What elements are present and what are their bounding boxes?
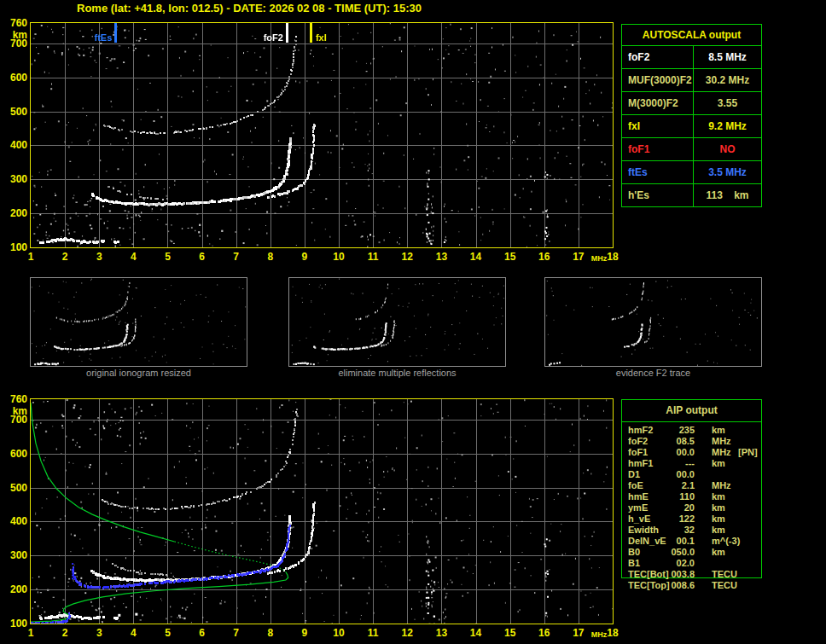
aip-row-u: km xyxy=(712,513,725,525)
x-tick-label: 9 xyxy=(295,627,314,639)
thumbnail-caption-eliminate: eliminate multiple reflections xyxy=(288,368,506,378)
x-tick-label: 6 xyxy=(193,627,212,639)
marker-line-foF2 xyxy=(286,23,288,43)
aip-row-hmF1: hmF1---km xyxy=(622,458,761,469)
x-tick-label: 9 xyxy=(295,251,314,263)
x-tick-label: 4 xyxy=(124,627,143,639)
autoscala-table-title: AUTOSCALA output xyxy=(622,25,761,46)
aip-row-h_vE: h_vE122km xyxy=(622,513,761,525)
aip-row-TEC[Bot]: TEC[Bot]003.8TECU xyxy=(622,569,761,580)
aip-row-u: MHz xyxy=(712,480,731,491)
aip-row-v: 235 xyxy=(648,425,695,436)
aip-row-l: foE xyxy=(628,480,643,491)
x-tick-label: 15 xyxy=(501,251,520,263)
autoscala-row-h'Es: h'Es113 km xyxy=(622,183,761,206)
y-axis-unit-label: km xyxy=(2,405,27,417)
x-tick-label: 7 xyxy=(227,627,246,639)
autoscala-row-value: 30.2 MHz xyxy=(694,69,761,91)
autoscala-row-label: M(3000)F2 xyxy=(622,92,694,114)
x-tick-label: 14 xyxy=(467,251,486,263)
x-tick-label: 16 xyxy=(535,627,554,639)
aip-row-v: 32 xyxy=(648,525,695,536)
aip-row-v: 00.0 xyxy=(648,469,695,480)
autoscala-row-label: h'Es xyxy=(622,184,694,206)
x-tick-label: 13 xyxy=(432,627,451,639)
y-tick-label: 500 xyxy=(2,482,27,494)
x-tick-label: 17 xyxy=(569,251,588,263)
autoscala-row-fxI: fxI9.2 MHz xyxy=(622,114,761,137)
x-tick-label: 16 xyxy=(535,251,554,263)
x-tick-label: 2 xyxy=(55,251,74,263)
aip-row-v: 00.1 xyxy=(648,536,695,547)
autoscala-row-value: 3.5 MHz xyxy=(694,161,761,183)
x-tick-label: 17 xyxy=(569,627,588,639)
ionogram-panel-bottom xyxy=(30,398,614,624)
aip-row-v: 2.1 xyxy=(648,480,695,491)
x-axis-unit-label: MHz xyxy=(591,630,608,639)
x-tick-label: 10 xyxy=(329,251,348,263)
x-tick-label: 2 xyxy=(55,627,74,639)
autoscala-table-rows: foF28.5 MHzMUF(3000)F230.2 MHzM(3000)F23… xyxy=(622,46,761,206)
y-tick-label: 100 xyxy=(2,618,27,629)
aip-output-table: AIP output hmF2235kmfoF208.5MHzfoF100.0M… xyxy=(621,399,762,578)
marker-line-ftEs xyxy=(114,23,117,43)
autoscala-row-foF2: foF28.5 MHz xyxy=(622,46,761,68)
aip-row-TEC[Top]: TEC[Top]008.6TECU xyxy=(622,580,761,591)
aip-row-foF1: foF100.0MHz[PN] xyxy=(622,447,761,458)
aip-row-u: m^(-3) xyxy=(712,536,740,547)
x-tick-label: 13 xyxy=(432,251,451,263)
autoscala-row-M(3000)F2: M(3000)F23.55 xyxy=(622,91,761,114)
y-tick-label: 600 xyxy=(2,72,27,84)
aip-row-v: 02.0 xyxy=(648,558,695,569)
y-tick-label: 500 xyxy=(2,106,27,118)
aip-row-D1: D100.0 xyxy=(622,469,761,480)
aip-row-B1: B102.0 xyxy=(622,558,761,569)
aip-table-title: AIP output xyxy=(622,400,761,422)
aip-row-u: km xyxy=(712,547,725,558)
aip-row-ymE: ymE20km xyxy=(622,502,761,513)
marker-line-fxI xyxy=(310,23,312,43)
page-title: Rome (lat: +41.8, lon: 012.5) - DATE: 20… xyxy=(77,2,422,15)
x-tick-label: 12 xyxy=(398,251,416,263)
aip-row-u: km xyxy=(712,425,725,436)
x-tick-label: 5 xyxy=(158,627,177,639)
aip-row-foE: foE2.1MHz xyxy=(622,480,761,491)
aip-table-rows: hmF2235kmfoF208.5MHzfoF100.0MHz[PN]hmF1-… xyxy=(622,422,761,591)
ionogram-panel-top xyxy=(30,22,614,248)
y-tick-label: 600 xyxy=(2,448,27,460)
aip-row-u: MHz xyxy=(712,436,731,447)
thumbnail-canvas-eliminate xyxy=(289,278,505,366)
aip-row-l: B1 xyxy=(628,558,640,569)
y-tick-label: 760 xyxy=(2,17,27,29)
x-tick-label: 11 xyxy=(364,627,382,639)
autoscala-row-value: 9.2 MHz xyxy=(694,115,761,137)
y-tick-label: 200 xyxy=(2,583,27,595)
thumbnail-canvas-original xyxy=(31,278,247,366)
autoscala-row-label: MUF(3000)F2 xyxy=(622,69,694,91)
aip-row-u: TECU xyxy=(712,580,737,591)
aip-row-n: [PN] xyxy=(738,447,758,458)
thumbnail-caption-original: original ionogram resized xyxy=(30,368,247,378)
aip-row-u: km xyxy=(712,525,725,536)
aip-row-u: km xyxy=(712,491,725,502)
aip-row-u: km xyxy=(712,502,725,513)
aip-row-l: foF2 xyxy=(628,436,648,447)
y-tick-label: 300 xyxy=(2,173,27,185)
y-tick-label: 760 xyxy=(2,393,27,405)
autoscala-row-foF1: foF1NO xyxy=(622,137,761,160)
autoscala-row-value: 3.55 xyxy=(694,92,761,114)
x-tick-label: 11 xyxy=(364,251,382,263)
aip-row-foF2: foF208.5MHz xyxy=(622,436,761,447)
autoscala-row-value: NO xyxy=(694,138,761,160)
y-tick-label: 300 xyxy=(2,549,27,561)
aip-row-B0: B0050.0km xyxy=(622,547,761,558)
thumbnail-evidence-f2 xyxy=(544,277,762,367)
y-tick-label: 100 xyxy=(2,241,27,253)
autoscala-row-value: 113 km xyxy=(694,184,761,206)
thumbnail-eliminate-reflections xyxy=(288,277,506,367)
aip-row-v: 00.0 xyxy=(648,447,695,458)
x-tick-label: 7 xyxy=(227,251,246,263)
aip-row-v: 20 xyxy=(648,502,695,513)
x-tick-label: 5 xyxy=(158,251,177,263)
y-tick-label: 400 xyxy=(2,139,27,151)
